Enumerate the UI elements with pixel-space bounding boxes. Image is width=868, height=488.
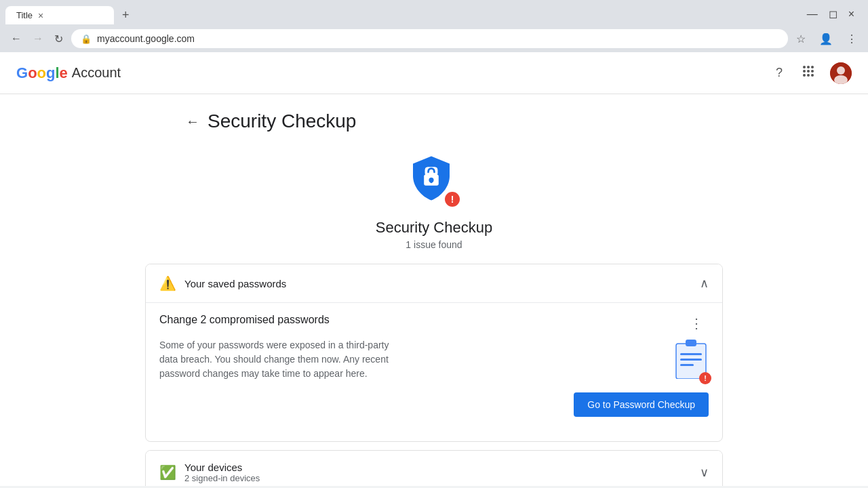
svg-rect-20 (680, 364, 694, 366)
devices-info: Your devices 2 signed-in devices (184, 462, 260, 483)
url-text: myaccount.google.com (97, 33, 195, 44)
svg-point-0 (803, 66, 806, 68)
maximize-button[interactable]: ◻ (829, 7, 837, 20)
security-status-section: ! Security Checkup 1 issue found (145, 154, 723, 250)
svg-rect-19 (680, 359, 702, 361)
passwords-chevron-icon: ∧ (700, 276, 709, 291)
back-arrow-icon[interactable]: ← (186, 114, 199, 129)
compromised-passwords-issue: Change 2 compromised passwords ⋮ Some of… (159, 303, 709, 428)
passwords-section-header[interactable]: ⚠️ Your saved passwords ∧ (146, 264, 722, 302)
logo-g2: g (46, 64, 55, 82)
warning-badge-icon: ! (443, 190, 461, 208)
issue-content: Some of your passwords were exposed in a… (159, 338, 709, 382)
action-row: Go to Password Checkup (159, 392, 709, 417)
menu-button[interactable]: ⋮ (844, 30, 860, 48)
svg-point-6 (803, 74, 806, 77)
logo-o2: o (37, 64, 46, 82)
security-checkup-title: Security Checkup (376, 219, 492, 237)
devices-success-icon: ✅ (159, 464, 176, 481)
svg-rect-18 (680, 353, 702, 355)
svg-point-1 (807, 66, 810, 68)
tab-title: Title (16, 10, 33, 20)
page-body: ← Security Checkup ! Security Checkup 1 … (129, 94, 739, 486)
address-bar[interactable]: 🔒 myaccount.google.com (71, 29, 788, 48)
help-button[interactable]: ? (772, 62, 787, 84)
bookmark-button[interactable]: ☆ (793, 30, 808, 48)
page-title: Security Checkup (208, 110, 356, 132)
devices-header-left: ✅ Your devices 2 signed-in devices (159, 462, 260, 483)
svg-point-3 (803, 70, 806, 73)
more-options-button[interactable]: ⋮ (684, 314, 709, 333)
logo-e: e (60, 64, 68, 82)
svg-rect-15 (430, 180, 433, 184)
clipboard-warning-badge: ! (699, 372, 711, 384)
profile-button[interactable]: 👤 (816, 30, 835, 48)
page-content: G o o g l e Account ? (0, 52, 868, 486)
devices-chevron-icon: ∨ (700, 465, 709, 480)
minimize-button[interactable]: — (807, 7, 818, 20)
passwords-section: ⚠️ Your saved passwords ∧ Change 2 compr… (145, 264, 723, 442)
new-tab-button[interactable]: + (117, 5, 135, 25)
devices-section-header[interactable]: ✅ Your devices 2 signed-in devices ∨ (146, 451, 722, 486)
window-controls: — ◻ × (807, 7, 863, 23)
browser-tab[interactable]: Title × (5, 6, 114, 24)
toolbar-icons: ☆ 👤 ⋮ (793, 30, 860, 48)
forward-button[interactable]: → (30, 30, 46, 47)
svg-point-4 (807, 70, 810, 73)
shield-icon-wrapper: ! (407, 154, 461, 208)
devices-title: Your devices (184, 462, 260, 473)
logo-g: G (16, 64, 28, 82)
page-title-row: ← Security Checkup (145, 110, 723, 132)
logo-o1: o (28, 64, 37, 82)
site-header: G o o g l e Account ? (0, 52, 868, 94)
clipboard-illustration: ! (673, 338, 709, 382)
tab-bar: Title × + — ◻ × (0, 0, 868, 25)
refresh-button[interactable]: ↻ (52, 30, 66, 48)
avatar[interactable] (830, 62, 852, 84)
svg-point-5 (811, 70, 814, 73)
passwords-header-left: ⚠️ Your saved passwords (159, 275, 286, 291)
account-text: Account (72, 65, 121, 81)
issue-description: Some of your passwords were exposed in a… (159, 338, 390, 381)
devices-subtitle: 2 signed-in devices (184, 473, 260, 483)
header-right: ? (772, 60, 852, 85)
issue-count-text: 1 issue found (406, 239, 462, 250)
svg-point-2 (811, 66, 814, 68)
close-window-button[interactable]: × (848, 7, 854, 20)
svg-point-8 (811, 74, 814, 77)
browser-chrome: Title × + — ◻ × ← → ↻ 🔒 myaccount.google… (0, 0, 868, 52)
password-checkup-button[interactable]: Go to Password Checkup (574, 392, 709, 417)
address-bar-row: ← → ↻ 🔒 myaccount.google.com ☆ 👤 ⋮ (0, 25, 868, 52)
svg-rect-17 (686, 340, 696, 346)
passwords-section-title: Your saved passwords (184, 278, 286, 289)
google-logo: G o o g l e Account (16, 64, 121, 82)
svg-point-7 (807, 74, 810, 77)
back-button[interactable]: ← (8, 30, 24, 47)
apps-button[interactable] (797, 60, 819, 85)
error-icon: ⚠️ (159, 275, 176, 291)
issue-title: Change 2 compromised passwords (159, 314, 330, 326)
tab-close-button[interactable]: × (38, 11, 43, 20)
svg-point-10 (837, 66, 845, 75)
devices-section: ✅ Your devices 2 signed-in devices ∨ (145, 450, 723, 486)
issue-item-header: Change 2 compromised passwords ⋮ (159, 314, 709, 333)
lock-icon: 🔒 (81, 34, 92, 44)
passwords-section-body: Change 2 compromised passwords ⋮ Some of… (146, 302, 722, 441)
